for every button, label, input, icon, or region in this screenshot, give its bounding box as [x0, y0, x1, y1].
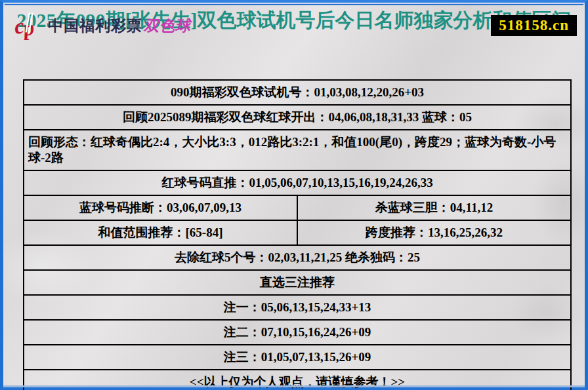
- table-cell: 注二：07,10,15,16,24,26+09: [24, 320, 571, 345]
- table-row: 蓝球号码推断：03,06,07,09,13杀蓝球三胆：04,11,12: [24, 195, 571, 220]
- table-cell: 090期福彩双色球试机号：01,03,08,12,20,26+03: [24, 80, 571, 105]
- table-row: 注二：07,10,15,16,24,26+09: [24, 320, 571, 345]
- table-cell: 去除红球5个号：02,03,11,21,25 绝杀独码：25: [24, 245, 571, 270]
- table-row: 和值范围推荐：[65-84]跨度推荐：13,16,25,26,32: [24, 220, 571, 245]
- table-cell: 和值范围推荐：[65-84]: [24, 220, 297, 245]
- table-row: 回顾2025089期福彩双色球红球开出：04,06,08,18,31,33 蓝球…: [24, 105, 571, 130]
- bottom-divider: [3, 385, 585, 387]
- table-row: 去除红球5个号：02,03,11,21,25 绝杀独码：25: [24, 245, 571, 270]
- table-cell: 杀蓝球三胆：04,11,12: [297, 195, 571, 220]
- table-row: 注三：01,05,07,13,15,26+09: [24, 345, 571, 370]
- table-cell: 注三：01,05,07,13,15,26+09: [24, 345, 571, 370]
- table-row: 090期福彩双色球试机号：01,03,08,12,20,26+03: [24, 80, 571, 105]
- brand: 中国福利彩票双色球: [48, 16, 191, 36]
- table-cell: 红球号码直推：01,05,06,07,10,13,15,16,19,24,26,…: [24, 170, 571, 195]
- table-row: 直选三注推荐: [24, 270, 571, 295]
- table-cell: 跨度推荐：13,16,25,26,32: [297, 220, 571, 245]
- brand-product: 双色球: [144, 18, 191, 34]
- table-cell: 回顾2025089期福彩双色球红球开出：04,06,08,18,31,33 蓝球…: [24, 105, 571, 130]
- table-cell: 回顾形态：红球奇偶比2:4，大小比3:3，012路比3:2:1，和值100(尾0…: [24, 130, 571, 170]
- window-frame: c p 中国福利彩票双色球 518158.cn 2025年090期[张先生]双色…: [0, 0, 588, 390]
- analysis-table-body: 090期福彩双色球试机号：01,03,08,12,20,26+03回顾20250…: [24, 80, 571, 390]
- header: c p 中国福利彩票双色球 518158.cn: [10, 9, 579, 42]
- table-cell: 注一：05,06,13,15,24,33+13: [24, 295, 571, 320]
- table-row: 红球号码直推：01,05,06,07,10,13,15,16,19,24,26,…: [24, 170, 571, 195]
- table-cell: 蓝球号码推断：03,06,07,09,13: [24, 195, 297, 220]
- china-welfare-lottery-logo-icon: c p: [14, 11, 44, 40]
- analysis-table: 090期福彩双色球试机号：01,03,08,12,20,26+03回顾20250…: [23, 79, 572, 390]
- page: c p 中国福利彩票双色球 518158.cn 2025年090期[张先生]双色…: [3, 5, 585, 387]
- table-cell: 直选三注推荐: [24, 270, 571, 295]
- table-row: 注一：05,06,13,15,24,33+13: [24, 295, 571, 320]
- table-row: 回顾形态：红球奇偶比2:4，大小比3:3，012路比3:2:1，和值100(尾0…: [24, 130, 571, 170]
- brand-name: 中国福利彩票: [48, 18, 142, 34]
- site-badge: 518158.cn: [491, 15, 577, 36]
